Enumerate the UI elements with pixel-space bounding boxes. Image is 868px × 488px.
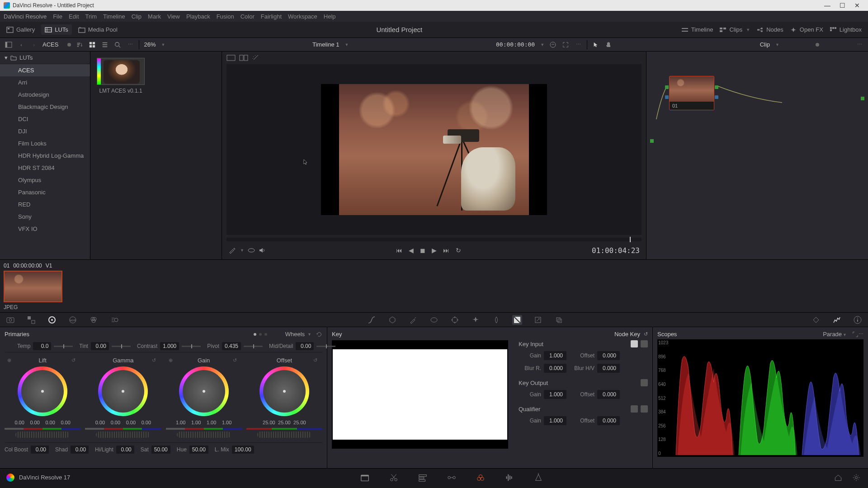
gain-reset-icon[interactable]: ↺	[233, 357, 239, 364]
lut-item-blackmagic[interactable]: Blackmagic Design	[0, 101, 90, 113]
menu-color[interactable]: Color	[241, 13, 255, 20]
viewer-wand-icon[interactable]	[252, 54, 261, 61]
openfx-button[interactable]: Open FX	[790, 26, 823, 33]
lmix-field[interactable]: L. Mix100.00	[215, 446, 254, 454]
play-button[interactable]: ▶	[432, 247, 437, 254]
node-panel[interactable]: 01	[646, 52, 868, 259]
camera-raw-icon[interactable]	[5, 315, 15, 325]
timeline-name[interactable]: Timeline 1	[312, 41, 339, 48]
picker-icon[interactable]	[228, 247, 236, 254]
prev-frame-button[interactable]: ◀	[409, 247, 414, 254]
nav-back-icon[interactable]: ‹	[17, 41, 25, 49]
timeline-button[interactable]: Timeline	[681, 26, 713, 33]
home-button[interactable]	[833, 472, 844, 483]
lut-item-hdr-hlg[interactable]: HDR Hybrid Log-Gamma	[0, 150, 90, 162]
first-frame-button[interactable]: ⏮	[396, 247, 402, 254]
lift-wheel[interactable]: ⊕Lift↺ 0.000.000.000.00	[5, 357, 80, 438]
clips-button[interactable]: Clips▼	[719, 26, 750, 33]
menu-fusion[interactable]: Fusion	[217, 13, 234, 20]
menu-edit[interactable]: Edit	[69, 13, 79, 20]
offset-jog[interactable]	[257, 432, 311, 438]
fusion-page-button[interactable]	[446, 472, 457, 483]
key-input-blur-r[interactable]: Blur R.0.000	[519, 364, 566, 373]
pivot-field[interactable]: Pivot0.435	[207, 342, 263, 350]
lut-item-red[interactable]: RED	[0, 198, 90, 211]
magic-mask-icon[interactable]	[471, 315, 481, 325]
node-alpha-in-port[interactable]	[665, 95, 669, 99]
stop-button[interactable]: ◼	[420, 247, 425, 254]
window-icon[interactable]	[429, 315, 439, 325]
colboost-field[interactable]: Col Boost0.00	[5, 446, 49, 454]
scopes-mode[interactable]: Parade▼	[823, 331, 847, 338]
scopes-expand-icon[interactable]	[852, 331, 859, 338]
pointer-icon[interactable]	[592, 41, 600, 49]
lut-item-astrodesign[interactable]: Astrodesign	[0, 89, 90, 101]
lut-item-vfxio[interactable]: VFX IO	[0, 223, 90, 235]
qualifier-icon[interactable]	[408, 315, 418, 325]
key-input-matte-icon[interactable]	[631, 340, 638, 347]
primaries-mode[interactable]: Wheels▼	[285, 331, 311, 338]
key-output-invert-icon[interactable]	[641, 379, 648, 386]
menu-playback[interactable]: Playback	[186, 13, 210, 20]
offset-wheel[interactable]: Offset↺ 25.0025.0025.00	[246, 357, 322, 438]
curves-icon[interactable]	[367, 315, 377, 325]
key-input-gain[interactable]: Gain1.000	[519, 351, 566, 360]
qualifier-matte-icon[interactable]	[631, 405, 638, 413]
lightbox-button[interactable]: Lightbox	[830, 26, 862, 33]
menu-file[interactable]: File	[53, 13, 62, 20]
tracker-icon[interactable]	[450, 315, 460, 325]
menu-timeline[interactable]: Timeline	[103, 13, 125, 20]
node-output-port[interactable]	[715, 85, 718, 89]
color-match-icon[interactable]	[26, 315, 36, 325]
cut-page-button[interactable]	[388, 472, 399, 483]
gain-jog[interactable]	[177, 432, 231, 438]
tint-field[interactable]: Tint0.00	[79, 342, 131, 350]
unmix-icon[interactable]	[248, 247, 255, 254]
color-warper-icon[interactable]	[387, 315, 397, 325]
key-icon[interactable]	[512, 315, 522, 325]
lut-item-hdr-st2084[interactable]: HDR ST 2084	[0, 162, 90, 174]
fairlight-page-button[interactable]	[504, 472, 515, 483]
media-pool-button[interactable]: Media Pool	[78, 26, 118, 33]
menu-view[interactable]: View	[167, 13, 180, 20]
maximize-button[interactable]: ☐	[835, 2, 850, 9]
mute-icon[interactable]	[259, 247, 266, 254]
shad-field[interactable]: Shad0.00	[55, 446, 89, 454]
info-icon[interactable]	[853, 315, 863, 325]
gamma-reset-icon[interactable]: ↺	[152, 357, 158, 364]
nav-forward-icon[interactable]: ›	[30, 41, 38, 49]
key-output-gain[interactable]: Gain1.000	[519, 390, 566, 399]
minimize-button[interactable]: —	[820, 2, 835, 9]
sat-field[interactable]: Sat50.00	[141, 446, 170, 454]
node-input-port[interactable]	[665, 85, 669, 89]
primaries-icon[interactable]	[47, 315, 57, 325]
menu-trim[interactable]: Trim	[85, 13, 97, 20]
viewer-mode-1-icon[interactable]	[226, 54, 236, 61]
blur-icon[interactable]	[491, 315, 501, 325]
hand-icon[interactable]	[604, 41, 613, 49]
output-port[interactable]	[861, 97, 864, 100]
deliver-page-button[interactable]	[533, 472, 544, 483]
key-input-invert-icon[interactable]	[641, 340, 648, 347]
lut-item-arri[interactable]: Arri	[0, 76, 90, 89]
viewer-timecode[interactable]: 00:00:00:00	[496, 41, 535, 48]
temp-field[interactable]: Temp0.0	[17, 342, 73, 350]
scopes-settings-icon[interactable]: ⋯	[859, 331, 863, 337]
lut-item-aces[interactable]: ACES	[0, 64, 90, 76]
menu-brand[interactable]: DaVinci Resolve	[4, 13, 47, 20]
primaries-reset-icon[interactable]	[316, 331, 322, 338]
sort-icon[interactable]	[75, 41, 84, 49]
lut-item-dji[interactable]: DJI	[0, 125, 90, 137]
search-icon[interactable]	[113, 41, 122, 49]
gain-wheel[interactable]: ⊕Gain↺ 1.001.001.001.00	[166, 357, 242, 438]
qualifier-gain[interactable]: Gain1.000	[519, 416, 566, 425]
color-page-button[interactable]	[475, 472, 486, 483]
node-alpha-out-port[interactable]	[715, 95, 718, 99]
panel-toggle-icon[interactable]	[5, 41, 13, 49]
media-page-button[interactable]	[359, 472, 370, 483]
lut-item-olympus[interactable]: Olympus	[0, 174, 90, 186]
edit-page-button[interactable]	[417, 472, 428, 483]
motion-effects-icon[interactable]	[109, 315, 119, 325]
grid-view-icon[interactable]	[88, 41, 96, 49]
lift-reset-icon[interactable]: ↺	[71, 357, 78, 364]
